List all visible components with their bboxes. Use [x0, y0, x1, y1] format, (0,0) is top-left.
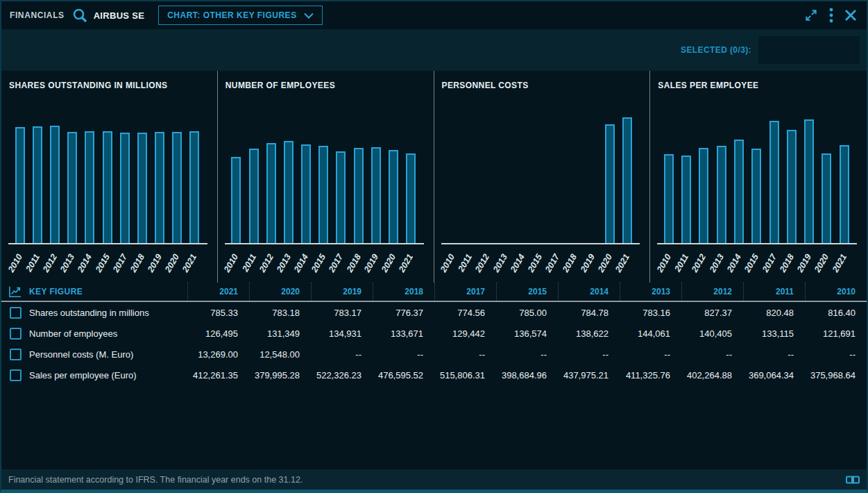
bar-2021 [840, 145, 849, 244]
value-cell: -- [311, 349, 373, 360]
footer-bar: Financial statement according to IFRS. T… [1, 469, 867, 490]
selected-items-box[interactable] [758, 36, 860, 64]
value-cell: 783.17 [311, 308, 373, 318]
chart-xlabels: 2010201120122013201420152017201820192020… [660, 246, 853, 281]
chart-panel-number-of-employees: NUMBER OF EMPLOYEES 20102011201220132014… [218, 71, 434, 283]
value-cell: 12,548.00 [249, 349, 311, 360]
value-cell: 785.00 [496, 308, 558, 318]
key-figure-label: Sales per employee (Euro) [29, 370, 187, 381]
bar-2021 [189, 131, 199, 244]
line-chart-icon [1, 285, 29, 298]
bar-2015 [103, 131, 112, 244]
key-figure-label: Number of employees [29, 328, 187, 339]
value-cell: 129,442 [434, 328, 496, 339]
kebab-menu-icon[interactable] [829, 8, 833, 23]
value-cell: 402,264.88 [681, 370, 743, 381]
value-cell: 136,574 [496, 328, 558, 339]
bar-2014 [85, 131, 94, 244]
value-cell: 785.33 [187, 308, 249, 318]
financials-widget: FINANCIALS AIRBUS SE CHART: OTHER KEY FI… [0, 0, 868, 493]
value-cell: 827.37 [681, 308, 743, 318]
value-cell: 121,691 [805, 328, 867, 339]
close-icon[interactable] [844, 9, 857, 22]
chart-panel-sales-per-employee: SALES PER EMPLOYEE 201020112012201320142… [650, 71, 867, 283]
value-cell: 437,975.21 [558, 370, 620, 381]
bar-2018 [137, 133, 147, 244]
chart-title: SHARES OUTSTANDING IN MILLIONS [9, 81, 167, 90]
chart-plot [660, 101, 853, 244]
bar-2012 [699, 148, 708, 244]
window-controls [804, 8, 857, 23]
x-axis-line [441, 243, 640, 244]
row-checkbox-cell [1, 349, 29, 360]
value-cell: 126,495 [187, 328, 249, 339]
bar-2018 [354, 148, 364, 244]
value-cell: 774.56 [434, 308, 496, 318]
value-cell: 476,595.52 [373, 370, 434, 381]
bar-2011 [249, 149, 259, 244]
chart-type-dropdown[interactable]: CHART: OTHER KEY FIGURES [158, 6, 322, 25]
x-axis-line [8, 243, 207, 244]
table-row: Personnel costs (M. Euro)13,269.0012,548… [1, 344, 867, 365]
year-column-header-2017: 2017 [434, 283, 496, 301]
bar-2018 [787, 130, 797, 244]
row-checkbox-cell [1, 328, 29, 340]
bar-2020 [389, 150, 398, 244]
bar-2021 [406, 153, 416, 244]
chart-title: NUMBER OF EMPLOYEES [225, 81, 335, 90]
bar-2015 [318, 146, 328, 244]
bar-2010 [15, 127, 25, 244]
bar-2014 [734, 140, 744, 244]
value-cell: 412,261.35 [187, 370, 249, 381]
value-cell: 13,269.00 [187, 349, 249, 360]
year-column-header-2018: 2018 [373, 283, 434, 301]
row-checkbox[interactable] [10, 369, 22, 381]
value-cell: -- [681, 349, 743, 360]
value-cell: 369,064.34 [743, 370, 805, 381]
table-row: Sales per employee (Euro)412,261.35379,9… [1, 365, 867, 385]
row-checkbox[interactable] [10, 349, 22, 360]
expand-icon[interactable] [804, 8, 818, 22]
search-icon[interactable] [71, 7, 88, 24]
chart-xlabels: 2010201120122013201420152017201820192020… [11, 246, 203, 281]
chart-xlabels: 2010201120122013201420152017201820192020… [228, 246, 420, 281]
chart-panel-personnel-costs: PERSONNEL COSTS 201020112012201320142015… [434, 71, 651, 283]
bar-2013 [284, 141, 293, 244]
value-cell: 398,684.96 [496, 370, 558, 381]
bar-2017 [336, 151, 346, 244]
value-cell: 411,325.76 [620, 370, 681, 381]
value-cell: 783.16 [620, 308, 681, 318]
footer-note: Financial statement according to IFRS. T… [8, 475, 303, 485]
link-icon[interactable] [846, 476, 860, 484]
value-cell: -- [805, 349, 867, 360]
bar-2010 [664, 154, 674, 244]
bar-2014 [301, 144, 311, 244]
table-row: Shares outstanding in millions785.33783.… [1, 302, 867, 323]
key-figure-label: Shares outstanding in millions [29, 308, 187, 318]
bar-2013 [717, 146, 726, 244]
row-checkbox[interactable] [10, 328, 22, 340]
value-cell: 131,349 [249, 328, 311, 339]
chart-xlabels: 2010201120122013201420152017201820192020… [444, 246, 636, 281]
value-cell: 522,326.23 [311, 370, 373, 381]
bar-2017 [120, 133, 130, 244]
value-cell: -- [434, 349, 496, 360]
chart-plot [11, 101, 203, 244]
bar-2015 [751, 149, 761, 244]
value-cell: 134,931 [311, 328, 373, 339]
value-cell: -- [743, 349, 805, 360]
value-cell: 133,671 [373, 328, 434, 339]
value-cell: 138,622 [558, 328, 620, 339]
bar-2011 [33, 126, 42, 244]
value-cell: 776.37 [373, 308, 434, 318]
row-checkbox-cell [1, 307, 29, 319]
value-cell: 784.78 [558, 308, 620, 318]
bar-2013 [67, 132, 77, 244]
chart-title: PERSONNEL COSTS [442, 81, 529, 90]
row-checkbox[interactable] [10, 307, 22, 319]
value-cell: 133,115 [743, 328, 805, 339]
value-cell: 820.48 [743, 308, 805, 318]
value-cell: 144,061 [620, 328, 681, 339]
bar-2010 [231, 157, 241, 244]
bar-2017 [769, 121, 779, 244]
